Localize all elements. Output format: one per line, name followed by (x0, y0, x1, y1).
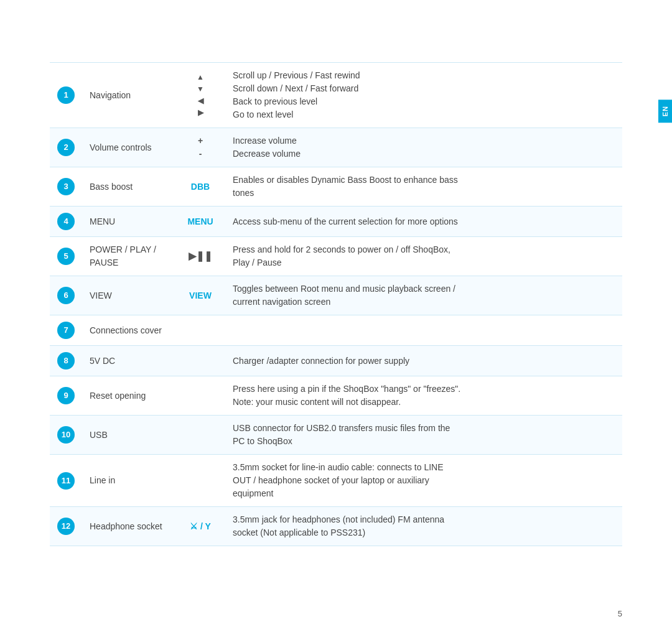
desc-cell: Press and hold for 2 seconds to power on… (225, 237, 622, 276)
label-cell: MENU (82, 207, 175, 237)
label-cell: USB (82, 416, 175, 455)
desc-cell: Enables or disables Dynamic Bass Boost t… (225, 167, 622, 207)
symbol-cell: MENU (175, 207, 225, 237)
row-badge: 10 (57, 426, 75, 444)
desc-cell: Access sub-menu of the current selection… (225, 207, 622, 237)
symbol-cell (175, 376, 225, 416)
table-row: 6VIEWVIEWToggles between Root menu and m… (50, 276, 622, 315)
symbol-cell: ▶❚❚ (175, 237, 225, 276)
row-badge: 4 (57, 213, 75, 230)
desc-cell: Increase volumeDecrease volume (225, 128, 622, 167)
table-row: 10USBUSB connector for USB2.0 transfers … (50, 416, 622, 455)
num-cell: 8 (50, 346, 82, 376)
symbol-cell: ▲▼◀▶ (175, 63, 225, 128)
label-cell: Connections cover (82, 315, 175, 346)
table-row: 3Bass boostDBBEnables or disables Dynami… (50, 167, 622, 207)
num-cell: 5 (50, 237, 82, 276)
symbol-cell: VIEW (175, 276, 225, 315)
row-badge: 2 (57, 139, 75, 156)
symbol-cell (175, 455, 225, 507)
label-cell: Bass boost (82, 167, 175, 207)
table-row: 85V DCCharger /adapter connection for po… (50, 346, 622, 376)
row-badge: 12 (57, 518, 75, 535)
row-badge: 6 (57, 287, 75, 304)
label-cell: 5V DC (82, 346, 175, 376)
row-badge: 5 (57, 248, 75, 265)
row-badge: 1 (57, 86, 75, 104)
label-cell: POWER / PLAY /PAUSE (82, 237, 175, 276)
page-container: EN 1Navigation▲▼◀▶Scroll up / Previous /… (0, 0, 672, 637)
table-row: 7Connections cover (50, 315, 622, 346)
label-cell: Reset opening (82, 376, 175, 416)
label-cell: Line in (82, 455, 175, 507)
desc-cell: USB connector for USB2.0 transfers music… (225, 416, 622, 455)
desc-cell: Toggles between Root menu and music play… (225, 276, 622, 315)
desc-cell (225, 315, 622, 346)
num-cell: 12 (50, 507, 82, 546)
row-badge: 9 (57, 387, 75, 404)
table-row: 12Headphone socket⚔ / Y3.5mm jack for he… (50, 507, 622, 546)
num-cell: 11 (50, 455, 82, 507)
symbol-cell (175, 315, 225, 346)
table-row: 4MENUMENUAccess sub-menu of the current … (50, 207, 622, 237)
num-cell: 1 (50, 63, 82, 128)
row-badge: 3 (57, 178, 75, 195)
label-cell: Headphone socket (82, 507, 175, 546)
desc-cell: Charger /adapter connection for power su… (225, 346, 622, 376)
desc-cell: 3.5mm jack for headphones (not included)… (225, 507, 622, 546)
num-cell: 2 (50, 128, 82, 167)
table-row: 9Reset openingPress here using a pin if … (50, 376, 622, 416)
table-row: 1Navigation▲▼◀▶Scroll up / Previous / Fa… (50, 63, 622, 128)
symbol-cell: +- (175, 128, 225, 167)
side-tab: EN (658, 100, 672, 123)
num-cell: 7 (50, 315, 82, 346)
table-row: 11Line in3.5mm socket for line-in audio … (50, 455, 622, 507)
num-cell: 10 (50, 416, 82, 455)
desc-cell: 3.5mm socket for line-in audio cable: co… (225, 455, 622, 507)
desc-cell: Scroll up / Previous / Fast rewindScroll… (225, 63, 622, 128)
row-badge: 11 (57, 472, 75, 490)
symbol-cell: ⚔ / Y (175, 507, 225, 546)
label-cell: Navigation (82, 63, 175, 128)
num-cell: 4 (50, 207, 82, 237)
symbol-cell: DBB (175, 167, 225, 207)
desc-cell: Press here using a pin if the ShoqBox "h… (225, 376, 622, 416)
reference-table: 1Navigation▲▼◀▶Scroll up / Previous / Fa… (50, 62, 622, 546)
label-cell: VIEW (82, 276, 175, 315)
symbol-cell (175, 346, 225, 376)
num-cell: 9 (50, 376, 82, 416)
label-cell: Volume controls (82, 128, 175, 167)
num-cell: 3 (50, 167, 82, 207)
symbol-cell (175, 416, 225, 455)
row-badge: 8 (57, 352, 75, 370)
page-number: 5 (618, 609, 622, 618)
num-cell: 6 (50, 276, 82, 315)
table-row: 5POWER / PLAY /PAUSE▶❚❚Press and hold fo… (50, 237, 622, 276)
row-badge: 7 (57, 322, 75, 339)
table-row: 2Volume controls+-Increase volumeDecreas… (50, 128, 622, 167)
